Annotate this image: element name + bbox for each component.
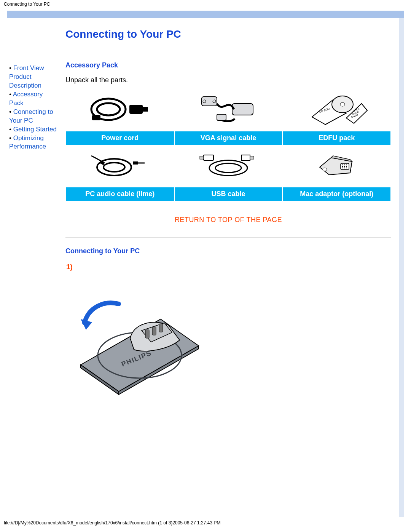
edfu-pack-label: EDFU pack bbox=[282, 131, 391, 145]
usb-cable-icon bbox=[196, 152, 261, 180]
svg-rect-29 bbox=[250, 156, 254, 159]
svg-point-13 bbox=[340, 102, 345, 106]
svg-rect-4 bbox=[92, 115, 100, 120]
svg-point-37 bbox=[342, 166, 342, 167]
main-content: Connecting to Your PC Accessory Pack Unp… bbox=[58, 18, 399, 517]
svg-rect-49 bbox=[159, 324, 163, 332]
svg-point-35 bbox=[344, 165, 344, 165]
divider-2 bbox=[65, 238, 391, 238]
return-to-top-anchor[interactable]: RETURN TO TOP OF THE PAGE bbox=[175, 216, 282, 224]
edfu-pack-icon: CD-ROM Quick Setup Guide bbox=[304, 92, 369, 128]
power-cord-image-cell bbox=[66, 89, 174, 131]
audio-cable-icon bbox=[88, 152, 152, 180]
usb-cable-label: USB cable bbox=[174, 187, 283, 201]
svg-rect-26 bbox=[204, 155, 213, 160]
svg-rect-27 bbox=[200, 156, 204, 159]
sidebar-link-getting-started[interactable]: Getting Started bbox=[13, 126, 57, 133]
sidebar-item-getting-started[interactable]: • Getting Started bbox=[9, 125, 58, 134]
mac-adaptor-label: Mac adaptor (optional) bbox=[282, 187, 391, 201]
sidebar-link-optimizing[interactable]: Optimizing Performance bbox=[9, 134, 46, 150]
vga-cable-image-cell bbox=[174, 89, 283, 131]
power-cord-icon bbox=[88, 94, 152, 126]
svg-rect-5 bbox=[232, 104, 253, 115]
svg-rect-22 bbox=[133, 161, 138, 165]
sidebar-link-connecting[interactable]: Connecting to Your PC bbox=[9, 108, 53, 124]
svg-point-40 bbox=[342, 168, 342, 168]
svg-rect-47 bbox=[145, 330, 149, 338]
return-to-top-link[interactable]: RETURN TO TOP OF THE PAGE bbox=[65, 216, 391, 224]
svg-point-38 bbox=[344, 166, 344, 167]
sidebar-nav: • Front View Product Description • Acces… bbox=[7, 18, 58, 517]
svg-point-1 bbox=[97, 103, 120, 115]
step-1-illustration: PHILIPS bbox=[65, 273, 391, 397]
accessory-heading: Accessory Pack bbox=[65, 61, 391, 69]
usb-cable-image-cell bbox=[174, 145, 283, 187]
vga-cable-icon bbox=[196, 92, 261, 128]
page-frame: • Front View Product Description • Acces… bbox=[7, 11, 404, 517]
sidebar-item-front-view[interactable]: • Front View Product Description bbox=[9, 64, 58, 90]
svg-point-25 bbox=[215, 163, 241, 173]
sidebar-item-connecting[interactable]: • Connecting to Your PC bbox=[9, 108, 58, 125]
power-cord-label: Power cord bbox=[66, 131, 174, 145]
svg-rect-6 bbox=[202, 97, 217, 106]
divider bbox=[65, 52, 391, 52]
sidebar-link-front-view[interactable]: Front View Product Description bbox=[9, 64, 44, 89]
svg-rect-48 bbox=[152, 327, 156, 335]
sidebar-link-accessory[interactable]: Accessory Pack bbox=[9, 91, 43, 107]
edfu-pack-image-cell: CD-ROM Quick Setup Guide bbox=[282, 89, 391, 131]
accessory-table: CD-ROM Quick Setup Guide Power cord VGA … bbox=[65, 89, 391, 201]
svg-marker-51 bbox=[81, 319, 92, 330]
sidebar-item-accessory[interactable]: • Accessory Pack bbox=[9, 90, 58, 108]
svg-point-41 bbox=[344, 168, 344, 168]
sidebar-item-optimizing[interactable]: • Optimizing Performance bbox=[9, 134, 58, 152]
browser-tab-title: Connecting to Your PC bbox=[0, 0, 411, 8]
svg-point-36 bbox=[346, 165, 346, 165]
svg-rect-3 bbox=[143, 107, 148, 112]
svg-rect-9 bbox=[217, 114, 226, 120]
page-title: Connecting to Your PC bbox=[65, 28, 391, 40]
svg-point-39 bbox=[346, 166, 346, 167]
connecting-heading: Connecting to Your PC bbox=[65, 247, 391, 255]
mac-adaptor-icon bbox=[314, 152, 360, 180]
step-1-number: 1) bbox=[66, 263, 391, 271]
svg-point-42 bbox=[346, 168, 346, 168]
audio-cable-image-cell bbox=[66, 145, 174, 187]
vertical-scrollbar[interactable] bbox=[399, 18, 404, 517]
svg-rect-2 bbox=[129, 105, 143, 114]
mac-adaptor-image-cell bbox=[282, 145, 391, 187]
svg-point-32 bbox=[322, 168, 327, 171]
vga-cable-label: VGA signal cable bbox=[174, 131, 283, 145]
audio-cable-label: PC audio cable (lime) bbox=[66, 187, 174, 201]
accessory-instruction: Unpack all the parts. bbox=[65, 76, 391, 84]
svg-point-34 bbox=[342, 165, 342, 165]
svg-rect-28 bbox=[242, 155, 250, 160]
svg-point-19 bbox=[104, 163, 125, 172]
footer-path: file:///D|/My%20Documents/dfu/X6_model/e… bbox=[0, 517, 411, 529]
